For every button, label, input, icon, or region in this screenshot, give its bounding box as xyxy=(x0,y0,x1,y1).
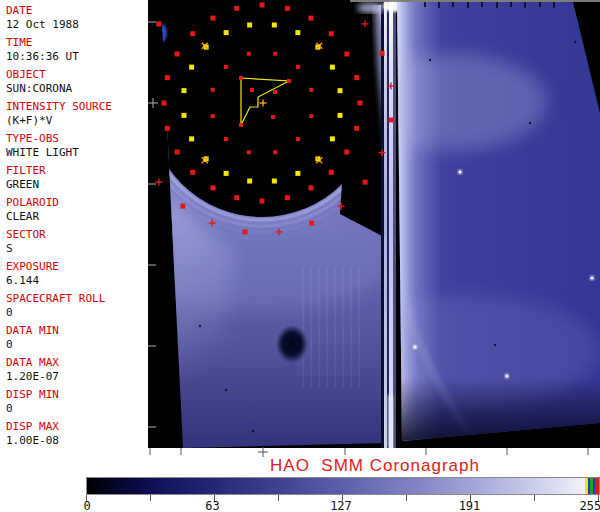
fiducial-dot xyxy=(330,65,335,70)
meta-value: 0 xyxy=(6,338,148,352)
fiducial-dot xyxy=(272,179,277,184)
fiducial-dot xyxy=(234,6,239,11)
fiducial-dot xyxy=(309,114,313,118)
fiducial-dot xyxy=(273,52,277,56)
meta-field: DATE12 Oct 1988 xyxy=(0,4,148,36)
meta-value: S xyxy=(6,242,148,256)
colorbar-scale-labels: 063127191255 xyxy=(86,500,599,512)
fiducial-dot xyxy=(224,30,229,35)
meta-value: (K+F)*V xyxy=(6,114,148,128)
fiducial-dot xyxy=(224,137,228,141)
meta-value: 1.20E-07 xyxy=(6,370,148,384)
fiducial-dot xyxy=(211,16,216,21)
colorbar-label: 63 xyxy=(205,500,219,512)
meta-field: INTENSITY SOURCE(K+F)*V xyxy=(0,100,148,132)
meta-value: WHITE LIGHT xyxy=(6,146,148,160)
fiducial-dot xyxy=(156,21,161,26)
meta-label: TIME xyxy=(6,36,148,50)
meta-field: EXPOSURE6.144 xyxy=(0,260,148,292)
meta-value: 12 Oct 1988 xyxy=(6,18,148,32)
fiducial-dot xyxy=(358,101,363,106)
fiducial-dot xyxy=(309,88,313,92)
fiducial-dot xyxy=(175,150,180,155)
meta-field: DISP MIN0 xyxy=(0,388,148,420)
colorbar-label: 255 xyxy=(580,500,600,512)
fiducial-dot xyxy=(309,16,314,21)
colorbar-label: 191 xyxy=(459,500,481,512)
fiducial-dot xyxy=(296,137,300,141)
meta-label: DATE xyxy=(6,4,148,18)
image-caption: HAO SMM Coronagraph xyxy=(150,456,600,474)
fiducial-dot xyxy=(189,65,194,70)
star-dot xyxy=(458,170,461,173)
colorbar-stripe xyxy=(595,478,599,494)
fiducial-dot xyxy=(272,22,277,27)
meta-value: 6.144 xyxy=(6,274,148,288)
fiducial-dot xyxy=(181,113,186,118)
meta-field: SECTORS xyxy=(0,228,148,260)
meta-value: 1.00E-08 xyxy=(6,434,148,448)
fiducial-dot xyxy=(260,3,265,8)
fiducial-dot xyxy=(388,117,393,122)
fiducial-dot xyxy=(243,229,248,234)
left-subimage xyxy=(148,0,398,450)
star-dot xyxy=(413,345,416,348)
meta-field: DATA MIN0 xyxy=(0,324,148,356)
meta-field: TIME10:36:36 UT xyxy=(0,36,148,68)
fiducial-dot xyxy=(260,199,265,204)
fiducial-dot xyxy=(273,150,277,154)
fiducial-dot xyxy=(354,75,359,80)
fiducial-dot xyxy=(211,88,215,92)
meta-label: DISP MIN xyxy=(6,388,148,402)
star-dot xyxy=(505,374,508,377)
meta-value: CLEAR xyxy=(6,210,148,224)
fiducial-dot xyxy=(295,171,300,176)
fiducial-dot xyxy=(309,221,314,226)
fiducial-dot xyxy=(329,170,334,175)
fiducial-dot xyxy=(338,113,343,118)
colorbar-label: 127 xyxy=(330,500,352,512)
fiducial-dot xyxy=(247,52,251,56)
fiducial-dot xyxy=(354,126,359,131)
fiducial-dot xyxy=(165,75,170,80)
meta-field: FILTERGREEN xyxy=(0,164,148,196)
fiducial-dot xyxy=(247,22,252,27)
fiducial-dot xyxy=(165,126,170,131)
intensity-colorbar xyxy=(86,477,600,495)
fiducial-dot xyxy=(338,88,343,93)
top-border-line xyxy=(350,0,600,2)
meta-label: DISP MAX xyxy=(6,420,148,434)
fiducial-dot xyxy=(363,180,368,185)
fiducial-dot xyxy=(181,88,186,93)
meta-field: DATA MAX1.20E-07 xyxy=(0,356,148,388)
meta-value: GREEN xyxy=(6,178,148,192)
meta-label: DATA MIN xyxy=(6,324,148,338)
fiducial-dot xyxy=(190,170,195,175)
meta-value: 10:36:36 UT xyxy=(6,50,148,64)
fiducial-dot xyxy=(190,31,195,36)
fiducial-dot xyxy=(285,6,290,11)
fiducial-dot xyxy=(330,136,335,141)
meta-value: SUN:CORONA xyxy=(6,82,148,96)
fiducial-dot xyxy=(285,195,290,200)
meta-label: FILTER xyxy=(6,164,148,178)
meta-field: OBJECTSUN:CORONA xyxy=(0,68,148,100)
meta-value: 0 xyxy=(6,402,148,416)
fiducial-dot xyxy=(247,179,252,184)
fiducial-dot xyxy=(224,65,228,69)
coronagraph-viewer-window: DATE12 Oct 1988TIME10:36:36 UTOBJECTSUN:… xyxy=(0,0,600,512)
meta-label: POLAROID xyxy=(6,196,148,210)
fiducial-dot xyxy=(180,204,185,209)
metadata-sidebar: DATE12 Oct 1988TIME10:36:36 UTOBJECTSUN:… xyxy=(0,0,148,460)
meta-label: SECTOR xyxy=(6,228,148,242)
meta-field: SPACECRAFT ROLL0 xyxy=(0,292,148,324)
fiducial-dot xyxy=(295,30,300,35)
fiducial-dot xyxy=(247,150,251,154)
meta-label: DATA MAX xyxy=(6,356,148,370)
fiducial-dot xyxy=(211,114,215,118)
colorbar-end-stripes xyxy=(585,478,599,494)
fiducial-dot xyxy=(189,136,194,141)
meta-field: TYPE-OBSWHITE LIGHT xyxy=(0,132,148,164)
meta-label: INTENSITY SOURCE xyxy=(6,100,148,114)
fiducial-dot xyxy=(175,52,180,57)
